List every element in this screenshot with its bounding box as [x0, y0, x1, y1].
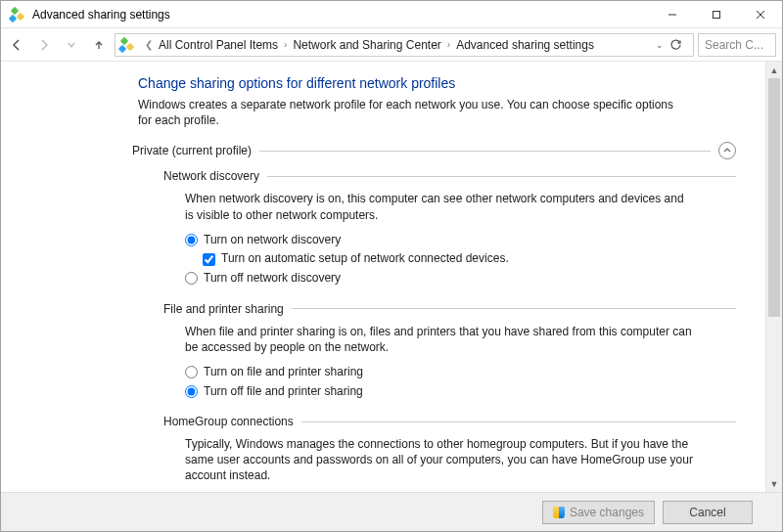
- divider: [259, 151, 711, 152]
- radio-fps-off[interactable]: Turn off file and printer sharing: [185, 384, 736, 400]
- control-panel-icon: [119, 38, 133, 52]
- checkbox-label: Turn on automatic setup of network conne…: [221, 251, 509, 267]
- search-placeholder: Search C...: [705, 38, 763, 52]
- titlebar: Advanced sharing settings: [1, 1, 782, 28]
- address-bar[interactable]: ❮ All Control Panel Items › Network and …: [115, 33, 694, 57]
- divider: [301, 421, 736, 422]
- navigation-bar: ❮ All Control Panel Items › Network and …: [1, 28, 782, 62]
- scroll-down-arrow-icon[interactable]: ▼: [766, 475, 782, 492]
- radio-network-discovery-off[interactable]: Turn off network discovery: [185, 271, 736, 287]
- page-heading: Change sharing options for different net…: [138, 75, 736, 91]
- group-description: Typically, Windows manages the connectio…: [185, 436, 694, 484]
- footer-bar: Save changes Cancel: [1, 492, 782, 531]
- page-intro: Windows creates a separate network profi…: [138, 97, 686, 128]
- radio-fps-on[interactable]: Turn on file and printer sharing: [185, 365, 736, 380]
- checkbox-auto-setup[interactable]: Turn on automatic setup of network conne…: [203, 251, 736, 267]
- control-panel-icon: [7, 8, 26, 22]
- maximize-button[interactable]: [694, 1, 738, 27]
- content-area: Change sharing options for different net…: [1, 62, 782, 492]
- profile-label: Private (current profile): [132, 144, 252, 157]
- svg-rect-1: [713, 11, 719, 18]
- chevron-right-icon: ›: [447, 39, 450, 50]
- radio-input[interactable]: [185, 385, 198, 398]
- divider: [292, 308, 736, 309]
- group-title: Network discovery: [163, 169, 259, 183]
- window-controls: [650, 1, 782, 27]
- save-changes-button[interactable]: Save changes: [542, 501, 655, 524]
- up-button[interactable]: [87, 33, 111, 57]
- settings-panel: Change sharing options for different net…: [1, 62, 765, 492]
- button-label: Save changes: [570, 506, 644, 519]
- button-label: Cancel: [689, 506, 725, 519]
- cancel-button[interactable]: Cancel: [663, 501, 753, 524]
- chevron-right-icon: ❮: [145, 39, 153, 50]
- breadcrumb[interactable]: All Control Panel Items: [159, 38, 278, 52]
- profile-header-private[interactable]: Private (current profile): [132, 142, 736, 159]
- scrollbar-thumb[interactable]: [768, 78, 780, 317]
- collapse-icon[interactable]: [718, 142, 736, 159]
- back-button[interactable]: [5, 33, 28, 57]
- divider: [267, 176, 736, 177]
- window-title: Advanced sharing settings: [32, 8, 650, 22]
- breadcrumb[interactable]: Network and Sharing Center: [293, 38, 440, 52]
- refresh-button[interactable]: [669, 38, 689, 51]
- radio-label: Turn on file and printer sharing: [204, 365, 363, 380]
- scroll-up-arrow-icon[interactable]: ▲: [766, 62, 782, 78]
- close-button[interactable]: [738, 1, 782, 27]
- search-input[interactable]: Search C...: [698, 33, 776, 57]
- group-homegroup: HomeGroup connections Typically, Windows…: [163, 415, 736, 492]
- group-title: File and printer sharing: [163, 302, 284, 316]
- group-title: HomeGroup connections: [163, 415, 294, 428]
- forward-button[interactable]: [32, 33, 56, 57]
- checkbox-input[interactable]: [203, 253, 215, 266]
- chevron-down-icon[interactable]: ⌄: [656, 40, 664, 50]
- radio-input[interactable]: [185, 272, 198, 285]
- radio-input[interactable]: [185, 234, 198, 246]
- group-description: When file and printer sharing is on, fil…: [185, 324, 694, 355]
- radio-input[interactable]: [185, 366, 198, 378]
- radio-network-discovery-on[interactable]: Turn on network discovery: [185, 233, 736, 248]
- group-description: When network discovery is on, this compu…: [185, 191, 694, 222]
- uac-shield-icon: [553, 507, 565, 518]
- radio-label: Turn on network discovery: [204, 233, 341, 248]
- scrollbar-track[interactable]: [766, 78, 782, 475]
- chevron-right-icon: ›: [284, 39, 287, 50]
- recent-locations-dropdown[interactable]: [60, 33, 83, 57]
- group-network-discovery: Network discovery When network discovery…: [163, 169, 736, 286]
- breadcrumb[interactable]: Advanced sharing settings: [456, 38, 594, 52]
- vertical-scrollbar[interactable]: ▲ ▼: [765, 62, 782, 492]
- radio-label: Turn off file and printer sharing: [204, 384, 363, 400]
- minimize-button[interactable]: [650, 1, 694, 27]
- radio-label: Turn off network discovery: [204, 271, 341, 287]
- group-file-printer-sharing: File and printer sharing When file and p…: [163, 302, 736, 400]
- window-frame: Advanced sharing settings: [0, 0, 783, 532]
